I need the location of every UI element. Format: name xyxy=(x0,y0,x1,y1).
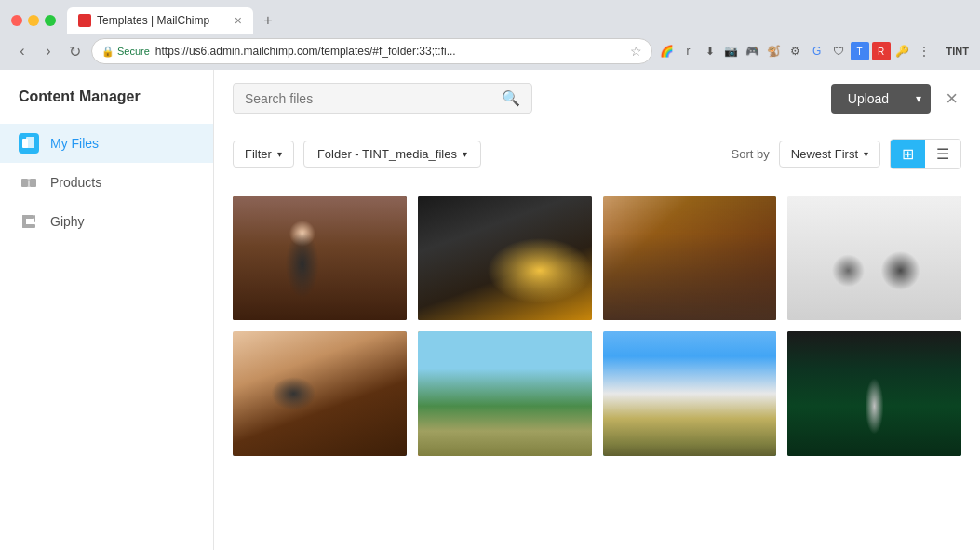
app-container: Content Manager My Files Products xyxy=(0,70,980,550)
browser-extensions: 🌈 r ⬇ 📷 🎮 🐒 ⚙ G 🛡 T R 🔑 ⋮ xyxy=(658,42,933,60)
maximize-window-btn[interactable] xyxy=(45,15,56,26)
sort-value: Newest First xyxy=(791,147,858,161)
upload-button-group: Upload ▾ xyxy=(831,84,931,114)
image-grid xyxy=(214,181,980,550)
search-icon[interactable]: 🔍 xyxy=(502,89,520,107)
image-cell[interactable] xyxy=(233,331,407,455)
folder-button[interactable]: Folder - TINT_media_files ▾ xyxy=(303,141,481,168)
back-btn[interactable]: ‹ xyxy=(11,40,34,62)
sidebar-item-my-files[interactable]: My Files xyxy=(0,124,213,163)
svg-rect-5 xyxy=(22,215,34,219)
tab-close-btn[interactable]: × xyxy=(235,13,242,28)
image-thumbnail xyxy=(233,196,407,320)
search-input[interactable] xyxy=(245,91,494,106)
secure-badge: 🔒 Secure xyxy=(101,46,150,58)
address-bar[interactable]: 🔒 Secure https://us6.admin.mailchimp.com… xyxy=(91,38,652,64)
list-icon: ☰ xyxy=(936,145,949,163)
image-cell[interactable] xyxy=(233,196,407,320)
sidebar-title: Content Manager xyxy=(0,88,213,124)
image-cell[interactable] xyxy=(603,331,777,455)
ext-google[interactable]: G xyxy=(808,42,826,60)
svg-rect-3 xyxy=(30,179,36,187)
image-cell[interactable] xyxy=(787,196,961,320)
filter-label: Filter xyxy=(245,147,272,161)
filter-chevron-icon: ▾ xyxy=(277,149,282,159)
sidebar-item-label-my-files: My Files xyxy=(50,136,99,151)
products-icon xyxy=(19,172,39,193)
ext-1[interactable]: 🌈 xyxy=(658,42,677,60)
content-toolbar: Filter ▾ Folder - TINT_media_files ▾ Sor… xyxy=(214,127,980,181)
upload-button[interactable]: Upload xyxy=(831,84,906,114)
browser-titlebar: Templates | MailChimp × + xyxy=(0,0,980,34)
folder-label: Folder - TINT_media_files xyxy=(317,147,457,161)
new-tab-btn[interactable]: + xyxy=(257,9,279,32)
list-view-btn[interactable]: ☰ xyxy=(925,140,960,168)
image-thumbnail xyxy=(418,331,592,455)
my-files-icon xyxy=(19,133,39,154)
traffic-lights xyxy=(11,15,56,26)
sidebar-item-giphy[interactable]: Giphy xyxy=(0,202,213,241)
forward-btn[interactable]: › xyxy=(37,40,60,62)
svg-rect-6 xyxy=(34,215,35,222)
image-cell[interactable] xyxy=(787,331,961,455)
browser-chrome: Templates | MailChimp × + ‹ › ↻ 🔒 Secure… xyxy=(0,0,980,70)
ext-7[interactable]: ⚙ xyxy=(786,42,805,60)
close-button[interactable]: × xyxy=(942,87,961,111)
ext-3[interactable]: ⬇ xyxy=(701,42,719,60)
sort-label: Sort by xyxy=(732,147,770,161)
svg-rect-1 xyxy=(26,137,34,148)
image-cell[interactable] xyxy=(603,196,777,320)
close-window-btn[interactable] xyxy=(11,15,22,26)
ext-shield[interactable]: 🛡 xyxy=(829,42,848,60)
svg-rect-2 xyxy=(21,179,28,187)
upload-dropdown-btn[interactable]: ▾ xyxy=(906,84,931,114)
filter-button[interactable]: Filter ▾ xyxy=(233,141,294,168)
image-thumbnail xyxy=(233,331,407,455)
bookmark-btn[interactable]: ☆ xyxy=(630,44,642,59)
reload-btn[interactable]: ↻ xyxy=(63,40,86,62)
sidebar-item-label-giphy: Giphy xyxy=(50,214,85,229)
main-content: 🔍 Upload ▾ × Filter ▾ Folder - TINT_medi… xyxy=(214,70,980,550)
nav-buttons: ‹ › ↻ xyxy=(11,40,86,62)
tab-title: Templates | MailChimp xyxy=(97,14,229,27)
image-cell[interactable] xyxy=(418,331,592,455)
grid-icon: ⊞ xyxy=(902,145,914,163)
ext-5[interactable]: 🎮 xyxy=(744,42,762,60)
tab-favicon xyxy=(78,14,91,27)
url-text: https://us6.admin.mailchimp.com/template… xyxy=(155,45,624,58)
image-thumbnail xyxy=(787,196,961,320)
ext-2[interactable]: r xyxy=(679,42,698,60)
sort-chevron-icon: ▾ xyxy=(864,149,868,159)
image-thumbnail xyxy=(418,196,592,320)
ext-rss[interactable]: R xyxy=(872,42,891,60)
image-thumbnail xyxy=(787,331,961,455)
browser-menu[interactable]: ⋮ xyxy=(915,42,933,60)
ext-key[interactable]: 🔑 xyxy=(893,42,912,60)
image-thumbnail xyxy=(603,331,777,455)
image-thumbnail xyxy=(603,196,777,320)
search-bar[interactable]: 🔍 xyxy=(233,83,532,114)
minimize-window-btn[interactable] xyxy=(28,15,39,26)
grid-view-btn[interactable]: ⊞ xyxy=(891,140,925,168)
tint-label: TINT xyxy=(946,46,969,57)
ext-4[interactable]: 📷 xyxy=(722,42,741,60)
sidebar: Content Manager My Files Products xyxy=(0,70,214,550)
image-cell[interactable] xyxy=(418,196,592,320)
ext-t[interactable]: T xyxy=(851,42,869,60)
svg-rect-7 xyxy=(22,224,35,228)
browser-omnibar: ‹ › ↻ 🔒 Secure https://us6.admin.mailchi… xyxy=(0,34,980,69)
ext-6[interactable]: 🐒 xyxy=(765,42,784,60)
sidebar-item-label-products: Products xyxy=(50,175,101,190)
folder-chevron-icon: ▾ xyxy=(463,149,467,159)
sidebar-item-products[interactable]: Products xyxy=(0,163,213,202)
content-header: 🔍 Upload ▾ × xyxy=(214,70,980,127)
browser-tab[interactable]: Templates | MailChimp × xyxy=(67,7,253,34)
giphy-icon xyxy=(19,211,39,232)
sort-select-button[interactable]: Newest First ▾ xyxy=(779,141,880,168)
view-toggle: ⊞ ☰ xyxy=(890,139,961,169)
